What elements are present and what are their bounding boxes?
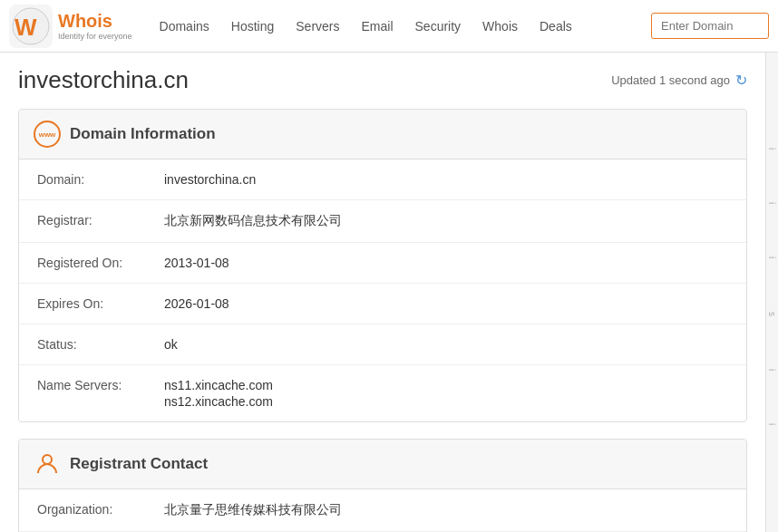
sidebar-right-item-2: i <box>767 202 777 204</box>
nav-whois[interactable]: Whois <box>473 14 527 39</box>
registrar-value: 北京新网数码信息技术有限公司 <box>164 213 342 229</box>
header: W Whois Identity for everyone Domains Ho… <box>0 0 778 53</box>
svg-point-3 <box>43 455 52 464</box>
domain-row: Domain: investorchina.cn <box>19 160 746 200</box>
nav-email[interactable]: Email <box>353 14 403 39</box>
expires-on-value: 2026-01-08 <box>164 296 229 311</box>
registrant-card-header: Registrant Contact <box>19 440 746 489</box>
domain-info-card: www Domain Information Domain: investorc… <box>18 109 747 422</box>
domain-title-row: investorchina.cn Updated 1 second ago ↻ <box>18 66 747 94</box>
name-servers-label: Name Servers: <box>37 378 164 392</box>
domain-info-body: Domain: investorchina.cn Registrar: 北京新网… <box>19 160 746 421</box>
sidebar-right-item-1: i <box>767 148 777 150</box>
updated-info: Updated 1 second ago ↻ <box>611 72 747 89</box>
domain-value: investorchina.cn <box>164 172 256 187</box>
nav-domains[interactable]: Domains <box>151 14 219 39</box>
sidebar-right-item-5: i <box>767 369 777 371</box>
org-value: 北京量子思维传媒科技有限公司 <box>164 502 342 518</box>
org-row: Organization: 北京量子思维传媒科技有限公司 <box>19 489 746 532</box>
nav-servers[interactable]: Servers <box>287 14 348 39</box>
person-icon <box>34 451 60 477</box>
main-content: investorchina.cn Updated 1 second ago ↻ … <box>0 53 765 532</box>
status-value: ok <box>164 337 178 352</box>
registrant-card-body: Organization: 北京量子思维传媒科技有限公司 Email: tzzb… <box>19 489 746 532</box>
www-icon: www <box>34 121 61 148</box>
registered-on-label: Registered On: <box>37 256 164 270</box>
status-label: Status: <box>37 337 164 352</box>
registrar-label: Registrar: <box>37 213 164 227</box>
nav-security[interactable]: Security <box>406 14 471 39</box>
right-sidebar: i i i s i i <box>765 53 778 532</box>
expires-on-label: Expires On: <box>37 296 164 311</box>
domain-label: Domain: <box>37 172 164 187</box>
registrant-contact-card: Registrant Contact Organization: 北京量子思维传… <box>18 439 747 532</box>
logo-icon: W <box>9 5 53 48</box>
ns1: ns11.xincache.com <box>164 378 273 392</box>
registered-on-row: Registered On: 2013-01-08 <box>19 243 746 284</box>
logo-text-area: Whois Identity for everyone <box>58 11 132 41</box>
svg-text:W: W <box>15 14 37 41</box>
page-title: investorchina.cn <box>18 66 189 94</box>
name-servers-row: Name Servers: ns11.xincache.com ns12.xin… <box>19 365 746 421</box>
registrant-icon <box>34 450 61 478</box>
nav-hosting[interactable]: Hosting <box>222 14 283 39</box>
logo-whois-text: Whois <box>58 11 132 32</box>
org-label: Organization: <box>37 502 164 517</box>
nav-links: Domains Hosting Servers Email Security W… <box>151 14 651 39</box>
nav-deals[interactable]: Deals <box>530 14 581 39</box>
refresh-icon[interactable]: ↻ <box>735 72 747 89</box>
updated-text: Updated 1 second ago <box>611 73 730 87</box>
name-servers-value: ns11.xincache.com ns12.xincache.com <box>164 378 273 409</box>
registrar-row: Registrar: 北京新网数码信息技术有限公司 <box>19 200 746 243</box>
domain-search-input[interactable] <box>651 13 769 39</box>
sidebar-right-item-3: i <box>767 256 777 258</box>
domain-info-icon: www <box>34 121 61 148</box>
domain-info-card-header: www Domain Information <box>19 110 746 160</box>
status-row: Status: ok <box>19 324 746 365</box>
logo-tagline: Identity for everyone <box>58 32 132 41</box>
registrant-title: Registrant Contact <box>70 455 208 473</box>
expires-on-row: Expires On: 2026-01-08 <box>19 284 746 324</box>
domain-info-title: Domain Information <box>70 125 216 143</box>
page-content: investorchina.cn Updated 1 second ago ↻ … <box>0 53 778 532</box>
sidebar-right-item-6: i <box>767 423 777 425</box>
ns2: ns12.xincache.com <box>164 394 273 409</box>
sidebar-right-item-4: s <box>767 312 777 316</box>
registered-on-value: 2013-01-08 <box>164 256 229 270</box>
logo[interactable]: W Whois Identity for everyone <box>9 5 132 48</box>
